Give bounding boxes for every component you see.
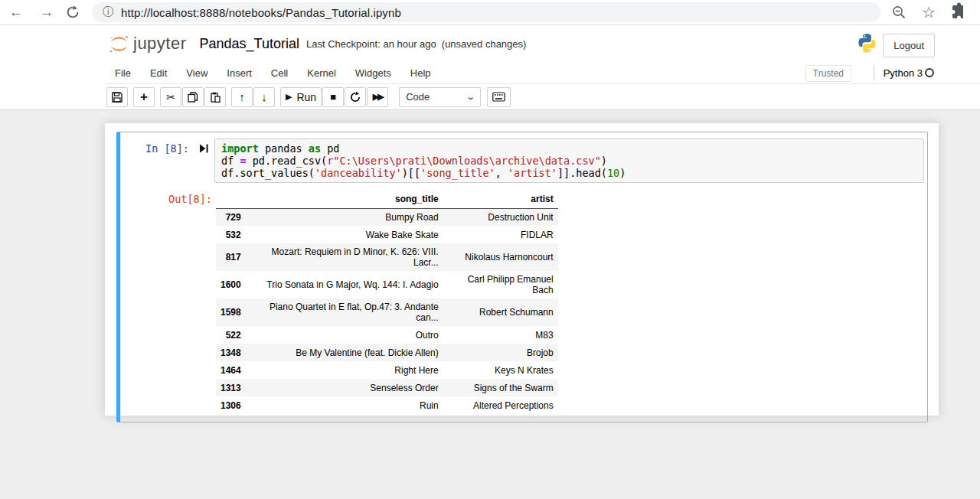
- checkpoint-status: Last Checkpoint: an hour ago: [306, 38, 436, 50]
- menu-item-file[interactable]: File: [115, 67, 131, 79]
- restart-run-all-button[interactable]: ▶▶: [367, 87, 388, 107]
- save-button[interactable]: [106, 87, 128, 107]
- table-row: 1598Piano Quartet in E flat, Op.47: 3. A…: [216, 298, 558, 326]
- menu-bar: FileEditViewInsertCellKernelWidgetsHelp …: [0, 62, 980, 84]
- table-row: 1306RuinAltered Perceptions: [216, 396, 558, 414]
- menu-item-cell[interactable]: Cell: [271, 67, 288, 79]
- cell-type-value: Code: [406, 91, 430, 103]
- scissors-icon: ✂: [166, 92, 175, 103]
- keyboard-icon: [492, 92, 505, 102]
- song-title-cell: Senseless Order: [246, 379, 443, 396]
- song-title-cell: Trio Sonata in G Major, Wq. 144: I. Adag…: [246, 271, 443, 298]
- selected-code-cell[interactable]: In [8]: import pandas as pddf = pd.read_…: [116, 132, 928, 422]
- table-row: 1600Trio Sonata in G Major, Wq. 144: I. …: [216, 271, 558, 298]
- song-title-cell: Ruin: [246, 396, 443, 414]
- menu-item-widgets[interactable]: Widgets: [355, 67, 391, 79]
- bookmark-star-icon[interactable]: ☆: [922, 3, 936, 21]
- unsaved-changes-status: (unsaved changes): [442, 38, 527, 50]
- artist-cell: Robert Schumann: [443, 298, 558, 326]
- code-editor[interactable]: import pandas as pddf = pd.read_csv(r"C:…: [214, 139, 924, 183]
- python-logo-icon: [857, 33, 877, 54]
- cell-type-select[interactable]: Code ⌄: [399, 87, 481, 107]
- page-info-icon[interactable]: ⓘ: [103, 5, 113, 19]
- menu-item-kernel[interactable]: Kernel: [307, 67, 336, 79]
- zoom-out-icon[interactable]: [891, 5, 906, 20]
- menu-item-insert[interactable]: Insert: [227, 67, 252, 79]
- menu-separator: [874, 65, 874, 80]
- row-index: 1600: [216, 271, 246, 298]
- output-area: song_titleartist 729Bumpy RoadDestructio…: [214, 190, 924, 414]
- code-line: df.sort_values('danceability')[['song_ti…: [221, 167, 917, 179]
- run-button[interactable]: ▶ Run: [280, 87, 322, 107]
- code-line: df = pd.read_csv(r"C:\Users\prati\Downlo…: [221, 155, 917, 167]
- logout-button[interactable]: Logout: [883, 34, 935, 57]
- artist-cell: FIDLAR: [443, 226, 558, 243]
- arrow-up-icon: ↑: [239, 90, 245, 103]
- fast-forward-icon: ▶▶: [373, 92, 383, 102]
- dataframe-body: 729Bumpy RoadDestruction Unit532Wake Bak…: [216, 208, 558, 414]
- artist-cell: Altered Perceptions: [443, 396, 558, 414]
- notebook-title[interactable]: Pandas_Tutorial: [200, 36, 299, 52]
- arrow-down-icon: ↓: [261, 90, 267, 103]
- cell-input-row: In [8]: import pandas as pddf = pd.read_…: [120, 139, 924, 183]
- song-title-cell: Mozart: Requiem in D Minor, K. 626: VIII…: [246, 243, 443, 271]
- notebook-body: In [8]: import pandas as pddf = pd.read_…: [0, 109, 980, 499]
- command-palette-button[interactable]: [487, 87, 511, 107]
- paste-icon: [210, 92, 220, 103]
- row-index: 522: [216, 326, 246, 344]
- address-url[interactable]: http://localhost:8888/notebooks/Pandas_T…: [121, 6, 401, 19]
- move-cell-down-button[interactable]: ↓: [253, 87, 275, 107]
- run-cell-marker-icon[interactable]: [200, 144, 208, 153]
- address-bar[interactable]: ⓘ http://localhost:8888/notebooks/Pandas…: [92, 2, 880, 22]
- restart-kernel-button[interactable]: [345, 87, 366, 107]
- input-prompt: In [8]:: [145, 139, 189, 183]
- chevron-down-icon: ⌄: [466, 92, 475, 102]
- menu-item-edit[interactable]: Edit: [150, 67, 167, 79]
- dataframe-header: song_titleartist: [216, 191, 558, 208]
- song-title-cell: Be My Valentine (feat. Dickie Allen): [246, 344, 443, 361]
- code-line: import pandas as pd: [221, 142, 917, 155]
- browser-back-icon[interactable]: ←: [8, 4, 24, 21]
- song-title-cell: Piano Quartet in E flat, Op.47: 3. Andan…: [246, 298, 443, 326]
- artist-cell: Carl Philipp Emanuel Bach: [443, 271, 558, 298]
- jupyter-logo[interactable]: jupyter: [109, 34, 187, 54]
- artist-cell: Nikolaus Harnoncourt: [443, 243, 558, 271]
- plus-icon: +: [140, 90, 148, 103]
- browser-reload-icon[interactable]: [66, 5, 80, 19]
- insert-cell-below-button[interactable]: +: [133, 87, 155, 107]
- jupyter-logo-icon: [109, 34, 129, 54]
- table-row: 1348Be My Valentine (feat. Dickie Allen)…: [216, 344, 558, 361]
- stop-icon: ■: [330, 91, 336, 103]
- notebook-toolbar: + ✂ ↑ ↓ ▶ Run ■: [0, 84, 980, 109]
- run-button-label: Run: [296, 91, 316, 103]
- kernel-name: Python 3: [884, 67, 923, 79]
- paste-cell-button[interactable]: [204, 87, 226, 107]
- table-row: 522OutroM83: [216, 326, 558, 344]
- index-column-header: [216, 191, 246, 208]
- menu-items: FileEditViewInsertCellKernelWidgetsHelp: [115, 67, 450, 79]
- menu-item-view[interactable]: View: [186, 67, 207, 79]
- row-index: 817: [216, 243, 246, 271]
- interrupt-kernel-button[interactable]: ■: [322, 87, 344, 107]
- row-index: 1348: [216, 344, 246, 361]
- save-icon: [112, 92, 122, 103]
- move-cell-up-button[interactable]: ↑: [231, 87, 253, 107]
- extensions-icon[interactable]: [951, 2, 963, 23]
- copy-cell-button[interactable]: [182, 87, 204, 107]
- song-title-column-header: song_title: [246, 191, 443, 208]
- cut-cell-button[interactable]: ✂: [160, 87, 181, 107]
- menu-item-help[interactable]: Help: [410, 67, 431, 79]
- table-row: 1464Right HereKeys N Krates: [216, 361, 558, 379]
- kernel-idle-indicator-icon: [925, 68, 934, 77]
- song-title-cell: Bumpy Road: [246, 208, 443, 226]
- restart-icon: [350, 92, 361, 103]
- jupyter-logo-text: jupyter: [133, 34, 187, 54]
- dataframe-table: song_titleartist 729Bumpy RoadDestructio…: [216, 191, 558, 414]
- artist-cell: Brojob: [443, 344, 558, 361]
- notebook-container: In [8]: import pandas as pddf = pd.read_…: [105, 123, 939, 416]
- row-index: 729: [216, 208, 246, 226]
- trusted-button[interactable]: Trusted: [805, 65, 851, 82]
- browser-forward-icon[interactable]: →: [38, 4, 55, 21]
- play-icon: ▶: [286, 92, 292, 102]
- artist-cell: Signs of the Swarm: [443, 379, 558, 396]
